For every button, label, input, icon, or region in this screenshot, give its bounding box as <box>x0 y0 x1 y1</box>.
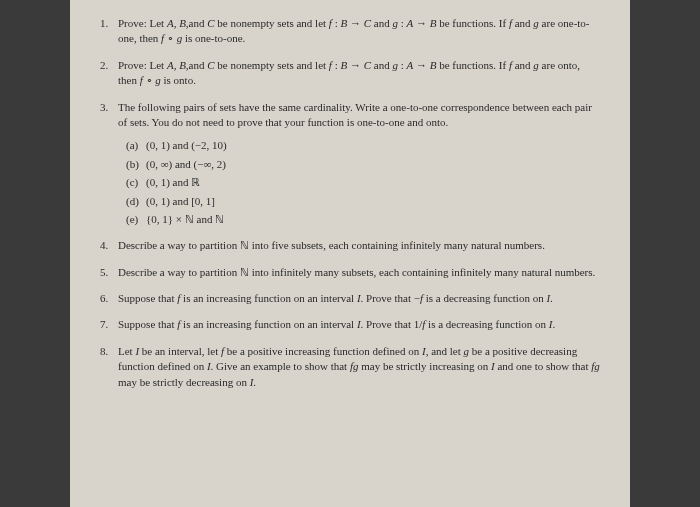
sub-label: (d) <box>126 194 139 209</box>
sub-problem-item: (b) (0, ∞) and (−∞, 2) <box>126 157 600 172</box>
sub-text: (0, ∞) and (−∞, 2) <box>146 158 226 170</box>
sub-text: (0, 1) and [0, 1] <box>146 195 215 207</box>
problem-item: Suppose that f is an increasing function… <box>100 317 600 332</box>
problem-item: Suppose that f is an increasing function… <box>100 291 600 306</box>
problem-list: Prove: Let A, B,and C be nonempty sets a… <box>100 16 600 390</box>
problem-text: Prove: Let A, B,and C be nonempty sets a… <box>118 59 580 86</box>
problem-text: Describe a way to partition ℕ into five … <box>118 239 545 251</box>
document-page: Prove: Let A, B,and C be nonempty sets a… <box>70 0 630 507</box>
sub-label: (c) <box>126 175 138 190</box>
sub-problem-item: (a) (0, 1) and (−2, 10) <box>126 138 600 153</box>
problem-text: The following pairs of sets have the sam… <box>118 101 592 128</box>
problem-item: Prove: Let A, B,and C be nonempty sets a… <box>100 16 600 47</box>
problem-item: The following pairs of sets have the sam… <box>100 100 600 228</box>
problem-item: Prove: Let A, B,and C be nonempty sets a… <box>100 58 600 89</box>
problem-text: Suppose that f is an increasing function… <box>118 292 553 304</box>
sub-text: {0, 1} × ℕ and ℕ <box>146 213 224 225</box>
sub-problem-item: (c) (0, 1) and ℝ <box>126 175 600 190</box>
sub-label: (b) <box>126 157 139 172</box>
problem-item: Describe a way to partition ℕ into five … <box>100 238 600 253</box>
problem-text: Prove: Let A, B,and C be nonempty sets a… <box>118 17 590 44</box>
problem-text: Let I be an interval, let f be a positiv… <box>118 345 600 388</box>
problem-item: Describe a way to partition ℕ into infin… <box>100 265 600 280</box>
sub-label: (e) <box>126 212 138 227</box>
sub-label: (a) <box>126 138 138 153</box>
sub-text: (0, 1) and ℝ <box>146 176 200 188</box>
problem-item: Let I be an interval, let f be a positiv… <box>100 344 600 390</box>
sub-problem-item: (d) (0, 1) and [0, 1] <box>126 194 600 209</box>
sub-problem-item: (e) {0, 1} × ℕ and ℕ <box>126 212 600 227</box>
sub-text: (0, 1) and (−2, 10) <box>146 139 227 151</box>
problem-text: Suppose that f is an increasing function… <box>118 318 555 330</box>
problem-text: Describe a way to partition ℕ into infin… <box>118 266 595 278</box>
sub-problem-list: (a) (0, 1) and (−2, 10) (b) (0, ∞) and (… <box>118 138 600 227</box>
